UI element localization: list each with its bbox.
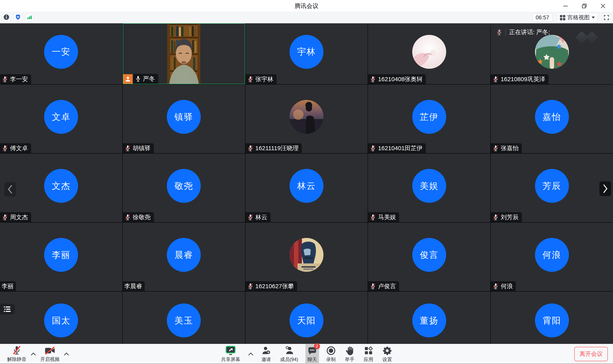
video-tile[interactable]: 林云 林云 bbox=[245, 154, 368, 222]
camera-off-icon bbox=[45, 345, 55, 355]
tool-label: 应用 bbox=[364, 356, 373, 363]
participant-name-label: 卢俊言 bbox=[368, 281, 399, 291]
video-tile[interactable]: 宇林 张宇林 bbox=[245, 23, 368, 84]
tool-label: 邀请 bbox=[261, 356, 271, 363]
record-button[interactable]: 录制 bbox=[324, 344, 338, 364]
next-page-button[interactable] bbox=[600, 181, 611, 196]
avatar bbox=[290, 100, 323, 134]
network-signal-button[interactable] bbox=[26, 13, 34, 22]
video-tile[interactable]: 芳辰 刘芳辰 bbox=[491, 154, 613, 222]
mic-muted-icon bbox=[370, 145, 376, 152]
leave-meeting-button[interactable]: 离开会议 bbox=[574, 347, 608, 361]
video-tile[interactable]: 美娱 马美娱 bbox=[368, 154, 490, 222]
participant-name-label: 徐敬尧 bbox=[123, 212, 154, 222]
start-video-button[interactable]: 开启视频 bbox=[38, 344, 61, 364]
video-tile[interactable]: 文卓 傅文卓 bbox=[0, 85, 122, 153]
participant-name-label: 李丽 bbox=[0, 281, 16, 291]
video-tile[interactable]: 芷伊 16210401田芷伊 bbox=[368, 85, 490, 153]
window-controls bbox=[559, 0, 609, 12]
video-tile[interactable]: 美玉 bbox=[123, 292, 245, 344]
video-tile[interactable]: 敬尧 徐敬尧 bbox=[123, 154, 245, 222]
avatar: 霄阳 bbox=[535, 304, 569, 338]
gear-icon bbox=[383, 346, 392, 355]
window-title: 腾讯会议 bbox=[0, 0, 613, 12]
chevron-up-icon[interactable] bbox=[64, 352, 69, 356]
bottom-control-bar: 解除静音 开启视频 共享屏幕 邀请 成员(94) 2聊天 录制 举手 应用 设置… bbox=[0, 344, 613, 364]
chevron-up-icon[interactable] bbox=[31, 352, 36, 356]
participant-name: 马美娱 bbox=[378, 213, 396, 221]
avatar: 嘉怡 bbox=[535, 100, 569, 134]
mic-muted-icon bbox=[493, 145, 499, 152]
mic-muted-icon bbox=[370, 76, 376, 83]
tool-label: 解除静音 bbox=[7, 356, 26, 362]
avatar: 俊言 bbox=[412, 238, 446, 272]
avatar: 芳辰 bbox=[535, 169, 569, 203]
layout-view-label: 宫格视图 bbox=[567, 14, 590, 21]
members-button[interactable]: 成员(94) bbox=[278, 344, 300, 364]
active-speaker-banner: 正在讲话: 严冬; bbox=[496, 28, 550, 36]
participant-name-label: 李晨睿 bbox=[123, 281, 145, 291]
avatar: 一安 bbox=[44, 35, 78, 69]
unmute-button[interactable]: 解除静音 bbox=[5, 344, 28, 364]
participant-name-label: 严冬 bbox=[133, 74, 158, 84]
tool-label: 录制 bbox=[326, 356, 336, 363]
meeting-timer: 06:57 bbox=[532, 13, 553, 22]
video-tile[interactable]: 霄阳 bbox=[491, 292, 613, 344]
mic-muted-icon bbox=[2, 145, 8, 152]
chat-button[interactable]: 2聊天 bbox=[305, 344, 319, 364]
participant-name-label: 胡镇驿 bbox=[123, 143, 154, 153]
avatar: 美玉 bbox=[167, 304, 201, 338]
mic-muted-icon bbox=[247, 145, 253, 152]
avatar: 林云 bbox=[290, 169, 323, 203]
layout-view-selector[interactable]: 宫格视图 bbox=[557, 13, 598, 23]
participant-name: 16211119汪晓理 bbox=[255, 144, 299, 152]
video-tile[interactable]: 镇驿 胡镇驿 bbox=[123, 85, 245, 153]
video-tile[interactable]: 俊言 卢俊言 bbox=[368, 222, 490, 291]
tool-label: 聊天 bbox=[307, 356, 317, 363]
video-tile[interactable]: 16210627张攀 bbox=[245, 222, 368, 291]
video-tile[interactable]: 一安 李一安 bbox=[0, 23, 122, 84]
video-tile[interactable]: 何浪 何浪 bbox=[491, 222, 613, 291]
participant-name: 傅文卓 bbox=[10, 144, 28, 152]
participant-name: 林云 bbox=[255, 213, 267, 221]
participant-name-label: 林云 bbox=[245, 212, 271, 222]
share-screen-button[interactable]: 共享屏幕 bbox=[219, 344, 242, 364]
video-tile[interactable]: 16210809巩英泽 正在讲话: 严冬; bbox=[491, 23, 613, 84]
close-icon[interactable] bbox=[597, 0, 609, 12]
video-tile[interactable]: 文杰 周文杰 bbox=[0, 154, 122, 222]
video-tile[interactable]: 嘉怡 张嘉怡 bbox=[491, 85, 613, 153]
apps-button[interactable]: 应用 bbox=[361, 344, 375, 364]
prev-page-button[interactable] bbox=[4, 182, 16, 197]
meeting-logo-watermark bbox=[574, 29, 600, 47]
participant-name: 李晨睿 bbox=[124, 282, 142, 290]
avatar: 李丽 bbox=[44, 238, 78, 272]
mic-muted-icon bbox=[493, 76, 499, 83]
participant-name-label: 16210401田芷伊 bbox=[368, 143, 426, 153]
video-tile[interactable]: 严冬 bbox=[123, 23, 245, 84]
minimize-button[interactable] bbox=[559, 0, 572, 12]
video-tile[interactable]: 董扬 bbox=[368, 292, 490, 344]
avatar bbox=[535, 35, 569, 69]
participant-name-label: 马美娱 bbox=[368, 212, 399, 222]
video-tile[interactable]: 国太 bbox=[0, 292, 122, 344]
invite-button[interactable]: 邀请 bbox=[259, 344, 273, 364]
settings-button[interactable]: 设置 bbox=[380, 344, 394, 364]
raise-hand-button[interactable]: 举手 bbox=[343, 344, 356, 364]
video-tile[interactable]: 16211119汪晓理 bbox=[245, 85, 368, 153]
avatar: 宇林 bbox=[290, 35, 323, 69]
info-button[interactable] bbox=[2, 13, 10, 22]
chevron-up-icon[interactable] bbox=[248, 352, 253, 356]
chevron-down-icon bbox=[592, 16, 595, 19]
fullscreen-icon[interactable] bbox=[602, 13, 611, 22]
restore-button[interactable] bbox=[578, 0, 591, 12]
video-tile[interactable]: 李丽李丽 bbox=[0, 222, 122, 291]
shield-protect-button[interactable] bbox=[14, 13, 22, 22]
participant-video bbox=[167, 24, 200, 84]
mic-muted-icon bbox=[370, 283, 376, 290]
video-tile[interactable]: 16210408张奥轲 bbox=[368, 23, 490, 84]
members-icon bbox=[285, 346, 294, 355]
tool-label: 共享屏幕 bbox=[221, 356, 240, 363]
video-tile[interactable]: 晨睿李晨睿 bbox=[123, 222, 245, 291]
participant-list-button[interactable] bbox=[0, 304, 15, 314]
video-tile[interactable]: 天阳 bbox=[245, 292, 368, 344]
